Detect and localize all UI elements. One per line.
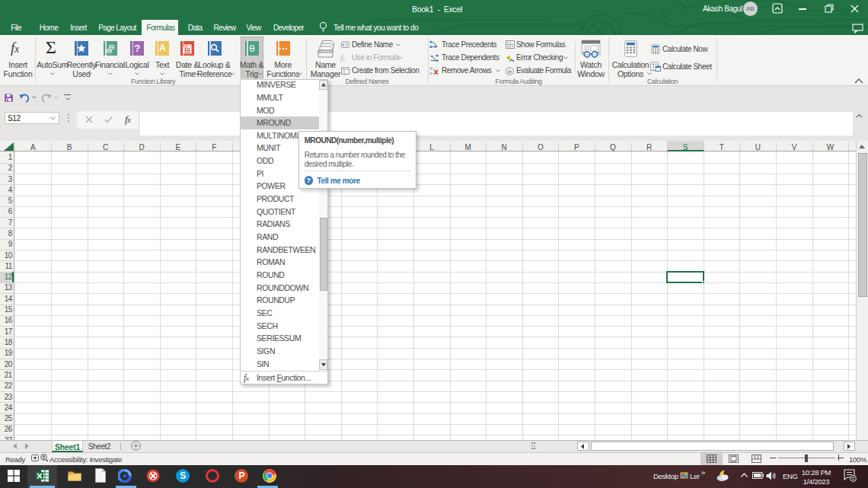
svg-text:fx: fx (508, 69, 512, 75)
svg-text:7: 7 (852, 477, 854, 481)
